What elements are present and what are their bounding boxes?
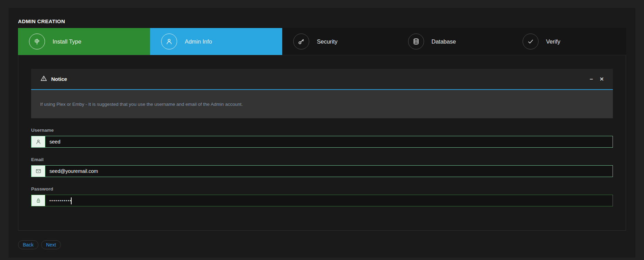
check-icon: [523, 34, 539, 49]
username-group: [31, 136, 613, 148]
step-label: Security: [317, 38, 338, 45]
step-database[interactable]: Database: [397, 28, 512, 55]
password-group: [31, 195, 613, 206]
wizard-actions: Back Next: [18, 240, 626, 249]
content-panel: Notice – ✕ If using Plex or Emby - It is…: [18, 55, 626, 231]
admin-creation-window: ADMIN CREATION Install Type Admin Info S…: [9, 8, 635, 258]
notice-title: Notice: [51, 76, 67, 82]
step-label: Verify: [546, 38, 560, 45]
text-caret: [71, 197, 72, 204]
step-label: Admin Info: [185, 38, 212, 45]
notice-controls: – ✕: [590, 76, 604, 82]
username-input[interactable]: [45, 136, 613, 147]
user-icon: [161, 34, 177, 49]
minimize-button[interactable]: –: [590, 76, 593, 82]
back-button[interactable]: Back: [18, 240, 38, 249]
user-icon: [31, 136, 45, 147]
email-label: Email: [31, 157, 613, 162]
notice-panel: Notice – ✕ If using Plex or Emby - It is…: [31, 69, 613, 118]
email-group: [31, 165, 613, 177]
key-icon: [293, 34, 309, 49]
step-label: Database: [432, 38, 456, 45]
signpost-icon: [29, 34, 45, 49]
wizard-steps: Install Type Admin Info Security Databas…: [18, 28, 626, 55]
step-admin-info[interactable]: Admin Info: [150, 28, 282, 55]
notice-text: If using Plex or Emby - It is suggested …: [40, 102, 243, 107]
step-install-type[interactable]: Install Type: [18, 28, 150, 55]
step-security[interactable]: Security: [282, 28, 397, 55]
lock-icon: [31, 195, 45, 206]
notice-header: Notice – ✕: [31, 69, 613, 90]
email-input[interactable]: [45, 166, 613, 177]
username-label: Username: [31, 128, 613, 133]
warning-icon: [40, 75, 47, 83]
password-input[interactable]: [45, 195, 613, 206]
notice-body: If using Plex or Emby - It is suggested …: [31, 90, 613, 118]
step-label: Install Type: [53, 38, 81, 45]
envelope-icon: [31, 166, 45, 177]
page-title: ADMIN CREATION: [18, 8, 626, 24]
step-verify[interactable]: Verify: [512, 28, 626, 55]
next-button[interactable]: Next: [41, 240, 61, 249]
close-button[interactable]: ✕: [599, 76, 604, 82]
password-label: Password: [31, 186, 613, 192]
database-icon: [408, 34, 424, 49]
